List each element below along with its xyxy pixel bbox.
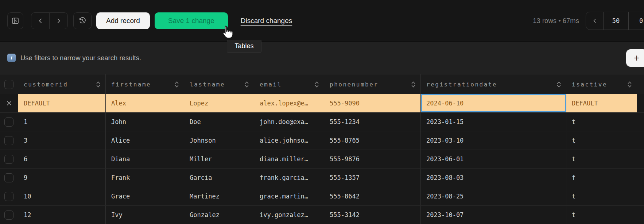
column-header-label: email (260, 81, 282, 88)
header-filler-cell (637, 74, 644, 94)
cell-firstname[interactable]: Grace (106, 187, 184, 205)
cell-customerid[interactable]: 10 (18, 187, 106, 205)
pending-new-row: DEFAULTAlexLopezalex.lopex@e…555-9090202… (0, 94, 644, 113)
banner-message: Use filters to narrow your search result… (20, 54, 141, 62)
cell-registrationdate[interactable]: 2023-08-03 (421, 169, 566, 187)
previous-page-button[interactable] (586, 12, 603, 30)
cell-firstname[interactable]: Alex (106, 94, 184, 112)
remove-row-icon[interactable] (6, 100, 12, 107)
column-header-email[interactable]: email (254, 74, 324, 94)
cell-phonenumber[interactable]: 555-3142 (324, 206, 421, 224)
row-checkbox[interactable] (4, 211, 13, 220)
page-offset-value[interactable]: 0 (628, 12, 644, 30)
column-header-registrationdate[interactable]: registrationdate (421, 74, 566, 94)
toolbar: Add record Save 1 change Discard changes… (0, 0, 644, 41)
column-header-label: phonenumber (330, 81, 378, 88)
cell-isactive[interactable]: f (566, 169, 637, 187)
cell-phonenumber[interactable]: 555-1357 (324, 169, 421, 187)
query-history-button[interactable] (73, 12, 92, 29)
row-checkbox[interactable] (4, 155, 13, 164)
remove-row-cell[interactable] (0, 94, 18, 112)
cell-lastname[interactable]: Miller (184, 150, 254, 168)
cell-email[interactable]: ivy.gonzalez… (254, 206, 324, 224)
cell-registrationdate-selected[interactable]: 2024-06-10 (421, 94, 566, 112)
cell-customerid[interactable]: DEFAULT (18, 94, 106, 112)
cell-lastname[interactable]: Doe (184, 113, 254, 131)
row-checkbox[interactable] (4, 192, 13, 201)
cell-firstname[interactable]: Alice (106, 131, 184, 150)
table-row: 12IvyGonzalezivy.gonzalez…555-31422023-1… (0, 206, 644, 224)
cell-firstname[interactable]: Ivy (106, 206, 184, 224)
column-header-lastname[interactable]: lastname (184, 74, 254, 94)
row-checkbox[interactable] (4, 173, 13, 182)
row-checkbox[interactable] (4, 117, 13, 127)
row-checkbox[interactable] (4, 136, 13, 145)
cell-registrationdate[interactable]: 2023-03-10 (421, 131, 566, 150)
cell-customerid[interactable]: 1 (18, 113, 106, 131)
row-select-cell[interactable] (0, 150, 18, 168)
cell-phonenumber[interactable]: 555-1234 (324, 113, 421, 131)
cell-isactive[interactable]: t (566, 187, 637, 205)
row-select-cell[interactable] (0, 187, 18, 205)
column-header-label: lastname (190, 81, 225, 88)
cell-email[interactable]: grace.martin… (254, 187, 324, 205)
column-header-label: firstname (111, 81, 151, 88)
cell-customerid[interactable]: 3 (18, 131, 106, 150)
cell-isactive[interactable]: DEFAULT (566, 94, 637, 112)
column-header-label: registrationdate (426, 81, 497, 88)
sidebar-toggle-button[interactable] (7, 12, 23, 29)
forward-button[interactable] (49, 13, 67, 29)
cell-email[interactable]: john.doe@exa… (254, 113, 324, 131)
table-row: 10GraceMartinezgrace.martin…555-86422023… (0, 187, 644, 206)
cell-customerid[interactable]: 12 (18, 206, 106, 224)
cell-email[interactable]: diana.miller… (254, 150, 324, 168)
cell-phonenumber[interactable]: 555-8642 (324, 187, 421, 205)
select-all-cell[interactable] (0, 74, 18, 94)
cell-lastname[interactable]: Garcia (184, 169, 254, 187)
cell-firstname[interactable]: John (106, 113, 184, 131)
row-select-cell[interactable] (0, 131, 18, 150)
chevron-right-icon (55, 18, 62, 24)
cell-registrationdate[interactable]: 2023-10-07 (421, 206, 566, 224)
select-all-checkbox[interactable] (4, 80, 13, 89)
row-select-cell[interactable] (0, 113, 18, 131)
cell-customerid[interactable]: 9 (18, 169, 106, 187)
table-header-row: customerid firstname lastname email phon… (0, 74, 644, 94)
column-header-phonenumber[interactable]: phonenumber (324, 74, 421, 94)
discard-changes-link[interactable]: Discard changes (241, 17, 292, 25)
filter-info-banner: i Use filters to narrow your search resu… (0, 41, 644, 74)
row-select-cell[interactable] (0, 206, 18, 224)
result-stats: 13 rows • 67ms (533, 17, 579, 25)
cell-customerid[interactable]: 6 (18, 150, 106, 168)
cell-registrationdate[interactable]: 2023-08-25 (421, 187, 566, 205)
sort-icon (556, 81, 561, 88)
cell-lastname[interactable]: Johnson (184, 131, 254, 150)
cell-phonenumber[interactable]: 555-9876 (324, 150, 421, 168)
cell-firstname[interactable]: Frank (106, 169, 184, 187)
column-header-customerid[interactable]: customerid (18, 74, 106, 94)
cell-phonenumber[interactable]: 555-8765 (324, 131, 421, 150)
cell-registrationdate[interactable]: 2023-06-01 (421, 150, 566, 168)
add-filter-button[interactable]: + (626, 49, 644, 67)
column-header-firstname[interactable]: firstname (106, 74, 184, 94)
column-header-isactive[interactable]: isactive (566, 74, 637, 94)
cell-isactive[interactable]: t (566, 113, 637, 131)
cell-email[interactable]: alex.lopex@e… (254, 94, 324, 112)
cell-isactive[interactable]: t (566, 131, 637, 150)
panel-left-icon (11, 17, 19, 25)
cell-firstname[interactable]: Diana (106, 150, 184, 168)
cell-lastname[interactable]: Lopez (184, 94, 254, 112)
cell-lastname[interactable]: Martinez (184, 187, 254, 205)
save-changes-button[interactable]: Save 1 change (155, 12, 228, 29)
cell-phonenumber[interactable]: 555-9090 (324, 94, 421, 112)
page-size-value[interactable]: 50 (603, 12, 628, 30)
cell-email[interactable]: frank.garcia… (254, 169, 324, 187)
back-button[interactable] (31, 13, 49, 29)
cell-isactive[interactable]: t (566, 206, 637, 224)
cell-email[interactable]: alice.johnso… (254, 131, 324, 150)
cell-isactive[interactable]: t (566, 150, 637, 168)
cell-registrationdate[interactable]: 2023-01-15 (421, 113, 566, 131)
row-select-cell[interactable] (0, 169, 18, 187)
cell-lastname[interactable]: Gonzalez (184, 206, 254, 224)
add-record-button[interactable]: Add record (96, 12, 150, 29)
